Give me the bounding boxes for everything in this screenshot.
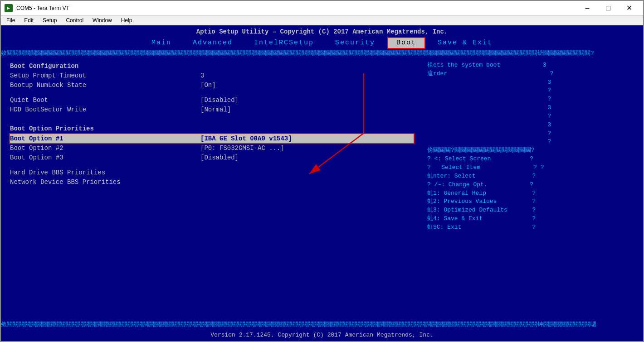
right-line-4: ?: [427, 87, 639, 95]
boot-config-label: Boot Configuration: [10, 62, 200, 71]
hdd-bootsector-label: HDD BootSector Write: [10, 105, 200, 114]
window: ▶ COM5 - Tera Term VT – □ ✕ File Edit Se…: [0, 0, 644, 342]
boot-option-2-label: Boot Option #2: [10, 144, 200, 153]
maximize-button[interactable]: □: [598, 1, 619, 15]
boot-option-1-value: [IBA GE Slot 00A0 v1543]: [200, 134, 292, 143]
row-hdd-bbs[interactable]: Hard Drive BBS Priorities: [10, 168, 414, 177]
row-quiet-boot[interactable]: Quiet Boot [Disabled]: [10, 96, 414, 105]
right-line-1: 祖ets the system boot 3: [427, 61, 639, 70]
boot-option-3-value: [Disabled]: [200, 153, 239, 162]
right-line-10: ?: [427, 138, 639, 146]
bios-version: Version 2.17.1245. Copyright (C) 2017 Am…: [210, 332, 433, 338]
menu-bar: File Edit Setup Control Window Help: [1, 15, 643, 25]
setup-prompt-label: Setup Prompt Timeout: [10, 71, 200, 80]
nav-advanced[interactable]: Advanced: [185, 38, 241, 48]
bios-title: Aptio Setup Utility – Copyright (C) 2017…: [196, 28, 448, 35]
setup-prompt-value: 3: [200, 71, 204, 80]
minimize-button[interactable]: –: [577, 1, 598, 15]
right-line-7: ?: [427, 112, 639, 121]
right-change-opt: ? /–: Change Opt. ?: [427, 181, 639, 189]
row-boot-option-2[interactable]: Boot Option #2 [P0: FS032GMSI-AC ...]: [10, 144, 414, 153]
right-general-help: 虬1: General Help ?: [427, 189, 639, 198]
right-enter-select: 虬nter: Select ?: [427, 172, 639, 181]
right-line-2: 這rder ?: [427, 70, 639, 78]
menu-edit[interactable]: Edit: [20, 16, 37, 24]
bios-left-panel: Boot Configuration Setup Prompt Timeout …: [1, 58, 423, 320]
bottom-border-row: 敛闗闗闗闗闗闗闗闗闗闗闗闗闗闗闗闗闗闗闗闗闗闗闗闗闗闗闗闗闗闗闗闗闗闗闗闗闗闗闗…: [1, 320, 643, 330]
bios-content: Aptio Setup Utility – Copyright (C) 2017…: [1, 25, 643, 341]
window-title: COM5 - Tera Term VT: [16, 5, 577, 11]
right-panel-content: 祖ets the system boot 3 這rder ? 3 ?: [427, 61, 639, 232]
right-optimized: 虬3: Optimized Defaults ?: [427, 206, 639, 215]
menu-help[interactable]: Help: [117, 16, 136, 24]
menu-file[interactable]: File: [3, 16, 19, 24]
section-boot-options: Boot Option Priorities: [10, 124, 414, 133]
right-line-9: ?: [427, 130, 639, 138]
right-line-5: ?: [427, 95, 639, 104]
close-button[interactable]: ✕: [619, 1, 639, 15]
row-boot-option-3[interactable]: Boot Option #3 [Disabled]: [10, 153, 414, 162]
menu-control[interactable]: Control: [62, 16, 87, 24]
right-line-6: 3: [427, 104, 639, 112]
title-bar: ▶ COM5 - Tera Term VT – □ ✕: [1, 1, 643, 15]
row-setup-prompt[interactable]: Setup Prompt Timeout 3: [10, 71, 414, 80]
top-border-row: 姣闗闗闗闗闗闗闗闗闗闗闗闗闗闗闗闗闗闗闗闗闗闗闗闗闗闗闗闗闗闗闗闗闗闗闗闗闗闗闗…: [1, 49, 643, 58]
boot-options-label: Boot Option Priorities: [10, 124, 200, 133]
bios-header: Aptio Setup Utility – Copyright (C) 2017…: [1, 25, 643, 37]
quiet-boot-value: [Disabled]: [200, 96, 239, 105]
bios-footer: Version 2.17.1245. Copyright (C) 2017 Am…: [1, 330, 643, 341]
menu-setup[interactable]: Setup: [39, 16, 60, 24]
window-controls: – □ ✕: [577, 1, 639, 15]
nav-security[interactable]: Security: [327, 38, 383, 48]
menu-window[interactable]: Window: [89, 16, 116, 24]
nav-boot[interactable]: Boot: [388, 38, 424, 48]
row-hdd-bootsector[interactable]: HDD BootSector Write [Normal]: [10, 105, 414, 114]
nav-save-exit[interactable]: Save & Exit: [429, 38, 501, 48]
app-icon: ▶: [5, 4, 13, 12]
right-select-item: ? Select Item ? ?: [427, 164, 639, 172]
section-boot-config: Boot Configuration: [10, 62, 414, 71]
bios-right-panel: 祖ets the system boot 3 這rder ? 3 ?: [423, 58, 643, 320]
right-save-exit: 虬4: Save & Exit ?: [427, 215, 639, 223]
right-line-3: 3: [427, 78, 639, 87]
boot-option-1-label: Boot Option #1: [10, 134, 200, 143]
hdd-bootsector-value: [Normal]: [200, 105, 231, 114]
row-boot-option-1[interactable]: Boot Option #1 [IBA GE Slot 00A0 v1543]: [10, 134, 414, 143]
right-border-row: 傍闗闗闗?闗闗闗闗闗闗闗闗闗闗闗闗闗?: [427, 146, 639, 155]
right-prev-values: 虬2: Previous Values ?: [427, 197, 639, 206]
right-esc-exit: 虹SC: Exit ?: [427, 223, 639, 232]
bios-main-area: Boot Configuration Setup Prompt Timeout …: [1, 58, 643, 320]
nav-main[interactable]: Main: [143, 38, 180, 48]
bios-nav: Main Advanced IntelRCSetup Security Boot…: [1, 37, 643, 49]
hdd-bbs-label: Hard Drive BBS Priorities: [10, 168, 200, 177]
boot-option-2-value: [P0: FS032GMSI-AC ...]: [200, 144, 284, 153]
row-numlock-state[interactable]: Bootup NumLock State [On]: [10, 81, 414, 90]
row-network-bbs[interactable]: Network Device BBS Priorities: [10, 178, 414, 187]
boot-option-3-label: Boot Option #3: [10, 153, 200, 162]
numlock-value: [On]: [200, 81, 216, 90]
right-select-screen: ? <: Select Screen ?: [427, 155, 639, 164]
network-bbs-label: Network Device BBS Priorities: [10, 178, 200, 187]
right-line-8: 3: [427, 121, 639, 130]
nav-intelrcsetup[interactable]: IntelRCSetup: [246, 38, 322, 48]
numlock-label: Bootup NumLock State: [10, 81, 200, 90]
quiet-boot-label: Quiet Boot: [10, 96, 200, 105]
bios-screen: Aptio Setup Utility – Copyright (C) 2017…: [1, 25, 643, 341]
